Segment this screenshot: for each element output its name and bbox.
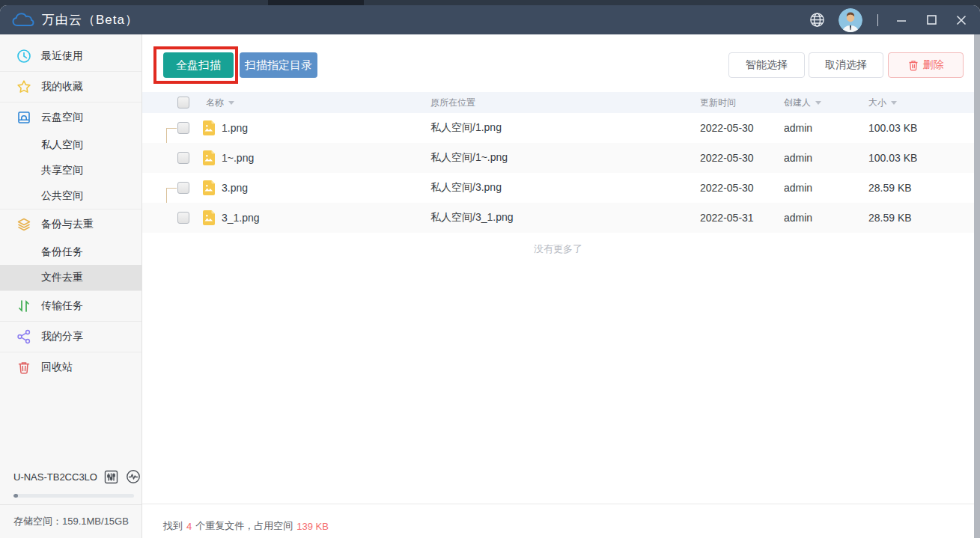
layers-icon	[16, 217, 31, 232]
row-checkbox[interactable]	[177, 212, 189, 224]
row-checkbox[interactable]	[177, 152, 189, 164]
summary-prefix: 找到	[163, 519, 183, 533]
file-updated: 2022-05-30	[700, 143, 754, 173]
sidebar: 最近使用 我的收藏 云盘空间 私人空间 共享空间	[0, 34, 142, 538]
sidebar-item-public-space[interactable]: 公共空间	[0, 183, 141, 209]
sidebar-item-label: 我的收藏	[41, 80, 83, 94]
sidebar-item-file-dedup[interactable]: 文件去重	[0, 265, 141, 290]
language-globe-icon[interactable]	[809, 12, 825, 28]
select-all-checkbox[interactable]	[177, 97, 189, 108]
dedup-summary: 找到 4 个重复文件，占用空间 139 KB	[163, 519, 329, 533]
file-size: 28.59 KB	[868, 173, 912, 203]
sidebar-item-label: 备份任务	[41, 245, 83, 259]
status-footer: 找到 4 个重复文件，占用空间 139 KB	[142, 504, 974, 538]
maximize-button[interactable]	[923, 12, 940, 28]
sort-caret-icon	[228, 101, 234, 105]
sidebar-item-backup-tasks[interactable]: 备份任务	[0, 239, 141, 265]
device-name: U-NAS-TB2CC3LO	[13, 471, 97, 483]
app-title: 万由云（Beta）	[42, 11, 139, 28]
delete-trash-icon	[908, 60, 919, 71]
sidebar-item-recent[interactable]: 最近使用	[0, 41, 141, 71]
file-path: 私人空间/3_1.png	[430, 203, 514, 233]
sidebar-item-label: 备份与去重	[41, 218, 94, 231]
user-avatar[interactable]	[839, 8, 862, 32]
sidebar-item-cloud-space[interactable]: 云盘空间	[0, 103, 141, 132]
sort-caret-icon	[891, 101, 897, 105]
table-row[interactable]: 1.png 私人空间/1.png 2022-05-30 admin 100.03…	[142, 113, 974, 143]
file-name: 1~.png	[222, 152, 254, 164]
file-size: 100.03 KB	[868, 143, 917, 173]
file-size: 100.03 KB	[868, 113, 917, 143]
duplicate-size: 139 KB	[296, 521, 329, 532]
column-header-creator[interactable]: 创建人	[784, 92, 821, 113]
no-more-label: 没有更多了	[142, 242, 974, 256]
drive-icon	[16, 110, 31, 125]
background-window-artifact	[268, 0, 364, 5]
file-updated: 2022-05-31	[700, 203, 754, 233]
sidebar-bottom-divider	[0, 504, 141, 505]
cancel-select-button[interactable]: 取消选择	[809, 52, 883, 78]
table-body: 1.png 私人空间/1.png 2022-05-30 admin 100.03…	[142, 113, 974, 233]
main-content: 全盘扫描 扫描指定目录 智能选择 取消选择 删除 名称 原所在位置 更新时间 创…	[142, 34, 974, 538]
storage-usage-fill	[13, 494, 18, 498]
scan-directory-button[interactable]: 扫描指定目录	[240, 52, 317, 78]
image-file-icon	[202, 180, 216, 195]
settings-sliders-icon[interactable]	[104, 469, 119, 484]
file-creator: admin	[784, 203, 812, 233]
activity-monitor-icon[interactable]	[126, 469, 141, 484]
column-header-path: 原所在位置	[430, 92, 475, 113]
vertical-scrollbar[interactable]	[974, 34, 980, 538]
sidebar-item-shared-space[interactable]: 共享空间	[0, 158, 141, 183]
file-creator: admin	[784, 173, 812, 203]
image-file-icon	[202, 150, 216, 165]
sidebar-item-label: 回收站	[41, 361, 73, 374]
close-button[interactable]	[953, 12, 970, 28]
sidebar-item-backup-dedup[interactable]: 备份与去重	[0, 210, 141, 239]
file-path: 私人空间/1~.png	[430, 143, 508, 173]
row-checkbox[interactable]	[177, 122, 189, 134]
summary-middle: 个重复文件，占用空间	[195, 519, 293, 533]
sidebar-item-private-space[interactable]: 私人空间	[0, 132, 141, 158]
sidebar-item-label: 我的分享	[41, 330, 83, 343]
file-name: 1.png	[222, 122, 248, 134]
file-creator: admin	[784, 113, 812, 143]
table-row[interactable]: 3.png 私人空间/3.png 2022-05-30 admin 28.59 …	[142, 173, 974, 203]
storage-usage-bar	[13, 494, 134, 498]
column-header-name[interactable]: 名称	[206, 92, 234, 113]
sidebar-item-my-shares[interactable]: 我的分享	[0, 322, 141, 352]
delete-button[interactable]: 删除	[888, 52, 964, 78]
sidebar-item-recycle-bin[interactable]: 回收站	[0, 352, 141, 382]
file-updated: 2022-05-30	[700, 173, 754, 203]
minimize-button[interactable]	[893, 12, 910, 28]
app-logo-cloud-icon	[12, 11, 34, 29]
sidebar-item-transfer-tasks[interactable]: 传输任务	[0, 291, 141, 321]
sort-caret-icon	[815, 101, 821, 105]
app-window: 万由云（Beta）	[0, 5, 980, 538]
duplicate-count: 4	[186, 521, 192, 532]
file-creator: admin	[784, 143, 812, 173]
image-file-icon	[202, 120, 216, 135]
sidebar-item-label: 文件去重	[41, 271, 83, 284]
table-row[interactable]: 1~.png 私人空间/1~.png 2022-05-30 admin 100.…	[142, 143, 974, 173]
column-header-size[interactable]: 大小	[868, 92, 897, 113]
table-header: 名称 原所在位置 更新时间 创建人 大小	[142, 92, 974, 113]
sidebar-item-label: 公共空间	[41, 189, 83, 203]
star-icon	[16, 79, 31, 94]
column-header-updated: 更新时间	[700, 92, 736, 113]
sidebar-item-favorites[interactable]: 我的收藏	[0, 72, 141, 102]
sidebar-item-label: 传输任务	[41, 299, 83, 313]
sidebar-item-label: 私人空间	[41, 138, 83, 152]
trash-icon	[16, 360, 31, 375]
row-checkbox[interactable]	[177, 182, 189, 194]
file-path: 私人空间/1.png	[430, 113, 502, 143]
table-row[interactable]: 3_1.png 私人空间/3_1.png 2022-05-31 admin 28…	[142, 203, 974, 233]
storage-label: 存储空间：159.1MB/15GB	[13, 515, 129, 528]
file-name: 3.png	[222, 182, 248, 194]
file-name: 3_1.png	[222, 212, 260, 224]
image-file-icon	[202, 210, 216, 225]
transfer-arrows-icon	[16, 299, 31, 314]
sidebar-item-label: 最近使用	[41, 49, 83, 63]
smart-select-button[interactable]: 智能选择	[728, 52, 805, 78]
file-path: 私人空间/3.png	[430, 173, 502, 203]
scan-all-button[interactable]: 全盘扫描	[163, 52, 234, 78]
